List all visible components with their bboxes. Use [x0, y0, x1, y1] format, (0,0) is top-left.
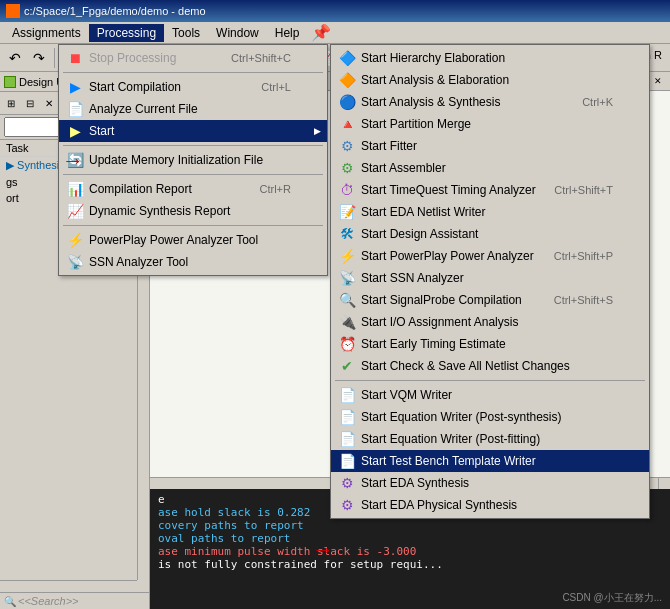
console-line-5: ase minimum pulse width slack is -3.000	[158, 545, 662, 558]
eq2-icon: 📄	[339, 431, 355, 447]
menu-sep-3	[63, 174, 323, 175]
early-timing-item[interactable]: ⏰ Start Early Timing Estimate	[331, 333, 649, 355]
partition-icon: 🔺	[339, 116, 355, 132]
menu-window[interactable]: Window	[208, 24, 267, 42]
start-icon: ▶	[67, 123, 83, 139]
du-btn-2[interactable]: ⊟	[21, 94, 39, 112]
hierarchy-elab-item[interactable]: 🔷 Start Hierarchy Elaboration	[331, 47, 649, 69]
dynamic-synthesis-item[interactable]: 📈 Dynamic Synthesis Report	[59, 200, 327, 222]
menu-processing[interactable]: Processing	[89, 24, 164, 42]
partition-merge-item[interactable]: 🔺 Start Partition Merge	[331, 113, 649, 135]
power-icon-1: ⚡	[67, 232, 83, 248]
test-bench-template-item[interactable]: 📄 Start Test Bench Template Writer	[331, 450, 649, 472]
processing-menu: ⏹ Stop Processing Ctrl+Shift+C ▶ Start C…	[58, 44, 328, 276]
io-assignment-item[interactable]: 🔌 Start I/O Assignment Analysis	[331, 311, 649, 333]
start-sep-1	[335, 380, 645, 381]
edaphys-icon: ⚙	[339, 497, 355, 513]
analysis-synth-item[interactable]: 🔵 Start Analysis & Synthesis Ctrl+K	[331, 91, 649, 113]
stop-icon: ⏹	[67, 50, 83, 66]
eda-physical-item[interactable]: ⚙ Start EDA Physical Synthesis	[331, 494, 649, 516]
design-assistant-item[interactable]: 🛠 Start Design Assistant	[331, 223, 649, 245]
design-units-icon	[4, 76, 16, 88]
left-hscrollbar[interactable]	[0, 580, 137, 592]
analysis-elab-item[interactable]: 🔶 Start Analysis & Elaboration	[331, 69, 649, 91]
powerplay-analyzer-item[interactable]: ⚡ Start PowerPlay Power Analyzer Ctrl+Sh…	[331, 245, 649, 267]
flow-corner	[658, 478, 670, 489]
signal-probe-item[interactable]: 🔍 Start SignalProbe Compilation Ctrl+Shi…	[331, 289, 649, 311]
close-flow-btn[interactable]: ✕	[654, 76, 662, 86]
ssn-icon-2: 📡	[339, 270, 355, 286]
menu-help[interactable]: Help	[267, 24, 308, 42]
toolbar-sep-1	[54, 48, 55, 68]
undo-button[interactable]	[4, 47, 26, 69]
powerplay-item[interactable]: ⚡ PowerPlay Power Analyzer Tool	[59, 229, 327, 251]
app-icon	[6, 4, 20, 18]
analyze-icon: 📄	[67, 101, 83, 117]
menu-sep-2	[63, 145, 323, 146]
vqm-icon: 📄	[339, 387, 355, 403]
redo-button[interactable]	[28, 47, 50, 69]
du-btn-1[interactable]: ⊞	[2, 94, 20, 112]
design-asst-icon: 🛠	[339, 226, 355, 242]
menu-tools[interactable]: Tools	[164, 24, 208, 42]
update-memory-item[interactable]: 🔄 Update Memory Initialization File	[59, 149, 327, 171]
du-btn-3[interactable]: ✕	[40, 94, 58, 112]
check-save-netlist-item[interactable]: ✔ Start Check & Save All Netlist Changes	[331, 355, 649, 377]
compilation-report-item[interactable]: 📊 Compilation Report Ctrl+R	[59, 178, 327, 200]
pin-icon[interactable]: 📌	[311, 23, 331, 42]
start-compilation-item[interactable]: ▶ Start Compilation Ctrl+L	[59, 76, 327, 98]
assembler-item[interactable]: ⚙ Start Assembler	[331, 157, 649, 179]
stop-processing-item[interactable]: ⏹ Stop Processing Ctrl+Shift+C	[59, 47, 327, 69]
analyze-current-file-item[interactable]: 📄 Analyze Current File	[59, 98, 327, 120]
start-submenu-item[interactable]: ▶ Start	[59, 120, 327, 142]
search-placeholder: <<Search>>	[18, 595, 79, 607]
timequest-item[interactable]: ⏱ Start TimeQuest Timing Analyzer Ctrl+S…	[331, 179, 649, 201]
edasynth-icon: ⚙	[339, 475, 355, 491]
ssn-analyzer-item[interactable]: 📡 SSN Analyzer Tool	[59, 251, 327, 273]
eda-netlist-icon: 📝	[339, 204, 355, 220]
io-icon: 🔌	[339, 314, 355, 330]
console-line-3: covery paths to report	[158, 519, 662, 532]
vqm-writer-item[interactable]: 📄 Start VQM Writer	[331, 384, 649, 406]
hierarchy-icon: 🔷	[339, 50, 355, 66]
search-row: 🔍 <<Search>>	[0, 592, 149, 609]
start-submenu: 🔷 Start Hierarchy Elaboration 🔶 Start An…	[330, 44, 650, 519]
watermark: CSDN @小王在努力...	[562, 591, 662, 605]
equation-writer-post-fit-item[interactable]: 📄 Start Equation Writer (Post-fitting)	[331, 428, 649, 450]
analysis-elab-icon: 🔶	[339, 72, 355, 88]
assembler-icon: ⚙	[339, 160, 355, 176]
fitter-icon: ⚙	[339, 138, 355, 154]
check-icon: ✔	[339, 358, 355, 374]
equation-writer-post-synth-item[interactable]: 📄 Start Equation Writer (Post-synthesis)	[331, 406, 649, 428]
ssn-icon-1: 📡	[67, 254, 83, 270]
console-line-4: oval paths to report	[158, 532, 662, 545]
update-icon: 🔄	[67, 152, 83, 168]
ssn-analyzer-start-item[interactable]: 📡 Start SSN Analyzer	[331, 267, 649, 289]
title-bar: c:/Space/1_Fpga/demo/demo - demo	[0, 0, 670, 22]
testbench-icon: 📄	[339, 453, 355, 469]
search-icon: 🔍	[4, 596, 16, 607]
menu-bar: Assignments Processing Tools Window Help…	[0, 22, 670, 44]
console-line-6: is not fully constrained for setup requi…	[158, 558, 662, 571]
power-icon-2: ⚡	[339, 248, 355, 264]
menu-sep-4	[63, 225, 323, 226]
compile-icon: ▶	[67, 79, 83, 95]
eq1-icon: 📄	[339, 409, 355, 425]
timing-icon: ⏰	[339, 336, 355, 352]
menu-sep-1	[63, 72, 323, 73]
analysis-synth-icon: 🔵	[339, 94, 355, 110]
eda-synthesis-item[interactable]: ⚙ Start EDA Synthesis	[331, 472, 649, 494]
fitter-item[interactable]: ⚙ Start Fitter	[331, 135, 649, 157]
eda-netlist-item[interactable]: 📝 Start EDA Netlist Writer	[331, 201, 649, 223]
signal-icon: 🔍	[339, 292, 355, 308]
window-title: c:/Space/1_Fpga/demo/demo - demo	[24, 5, 206, 17]
menu-assignments[interactable]: Assignments	[4, 24, 89, 42]
dynamic-icon: 📈	[67, 203, 83, 219]
report-icon: 📊	[67, 181, 83, 197]
timequest-icon: ⏱	[339, 182, 355, 198]
